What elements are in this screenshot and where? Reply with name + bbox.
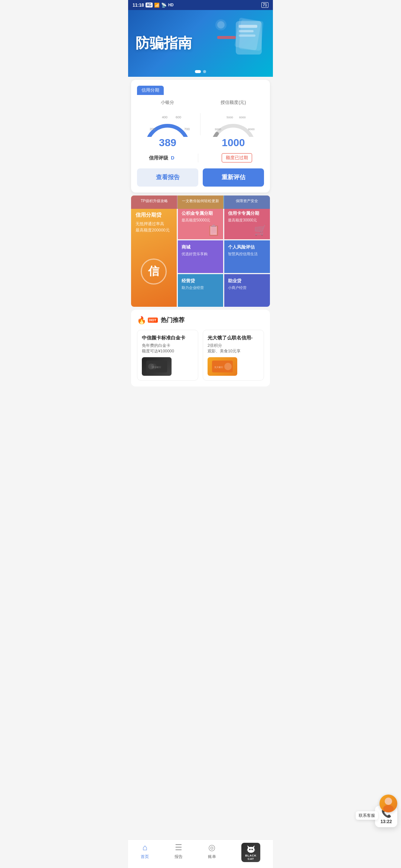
battery-icon: 71 <box>261 2 268 8</box>
product-biz-desc: 助力企业经营 <box>182 285 220 290</box>
product-mall-title: 商城 <box>182 244 220 250</box>
fire-icon: 🔥 <box>137 316 146 325</box>
svg-text:8000: 8000 <box>248 128 255 131</box>
hot-badge: HOT <box>148 318 158 323</box>
gauge-divider <box>200 113 200 135</box>
product-big-icon-wrap: 信 <box>136 240 172 302</box>
gauge-right-label: 授信额度(元) <box>221 99 246 106</box>
credit-grade: 信用评级 D <box>149 155 175 161</box>
product-big[interactable]: 信用分期贷 无抵押通过率高最高额度200000元 信 <box>131 195 177 307</box>
product-big-desc: 无抵押通过率高最高额度200000元 <box>136 221 172 233</box>
hot-card-2[interactable]: 光大饿了么联名信用- 2倍积分 观影、美食10元享 光大银行 <box>203 330 264 381</box>
banner-dot-1 <box>195 70 201 73</box>
banner-dot-2 <box>203 70 206 73</box>
product-big-title: 信用分期贷 <box>136 212 172 218</box>
expired-badge: 额度已过期 <box>222 153 252 162</box>
status-left: 11:18 4G 📶 📡 HD <box>133 3 174 8</box>
credit-card-section: 信用分期 小银分 0 200 400 600 700 800 <box>131 80 270 193</box>
status-time: 11:18 <box>133 3 144 8</box>
hot-card-2-img: 光大银行 <box>208 357 237 376</box>
hot-card-1[interactable]: 中信颜卡标准白金卡 免年费的白金卡 额度可达¥100000 中信银行 <box>137 330 198 381</box>
product-cell-mall[interactable]: 商城 优选好货乐享购 <box>178 240 224 273</box>
info-row: 信用评级 D 额度已过期 <box>137 153 264 162</box>
svg-rect-5 <box>239 34 255 37</box>
hot-icon-wrap: 🔥 HOT <box>137 316 158 325</box>
hot-card-2-desc1: 2倍积分 <box>208 343 259 348</box>
products-grid: 信用分期贷 无抵押通过率高最高额度200000元 信 公积金专属分期 最高额度5… <box>131 195 270 307</box>
overlay-banners: TP级积升级攻略 一文教你如何轻松更新 保障资产安全 <box>131 195 270 209</box>
overlay-banner-3: 保障资产安全 <box>224 195 270 209</box>
banner-illustration <box>210 14 269 73</box>
signal-icon: 📶 <box>154 3 160 8</box>
banner-dots <box>195 70 206 73</box>
product-assist-desc: 小商户经营 <box>228 285 266 290</box>
hot-section: 🔥 HOT 热门推荐 中信颜卡标准白金卡 免年费的白金卡 额度可达¥100000… <box>131 310 270 387</box>
banner: 防骗指南 <box>128 10 273 77</box>
gauge-right-wrap: 1000 3000 5000 6000 8000 10k <box>207 107 259 137</box>
svg-point-8 <box>217 21 225 29</box>
gauge-left-wrap: 0 200 400 600 700 800 <box>141 107 193 137</box>
reassess-button[interactable]: 重新评估 <box>203 168 264 187</box>
hot-card-1-desc1: 免年费的白金卡 <box>142 343 193 348</box>
product-risk-title: 个人风险评估 <box>228 244 266 250</box>
gauge-left-svg: 0 200 400 600 700 800 <box>141 107 193 137</box>
product-cell-assist[interactable]: 助业贷 小商户经营 <box>224 274 270 307</box>
svg-text:6000: 6000 <box>239 116 246 119</box>
svg-rect-6 <box>217 36 236 39</box>
svg-text:400: 400 <box>162 115 167 119</box>
product-assist-title: 助业贷 <box>228 278 266 284</box>
view-report-button[interactable]: 查看报告 <box>137 168 198 187</box>
svg-text:5000: 5000 <box>226 116 233 119</box>
svg-text:3000: 3000 <box>215 128 221 131</box>
svg-text:600: 600 <box>176 115 181 119</box>
product-mall-desc: 优选好货乐享购 <box>182 251 220 257</box>
overlay-banner-2: 一文教你如何轻松更新 <box>177 195 224 209</box>
status-network: 4G <box>146 3 153 7</box>
svg-rect-3 <box>239 25 257 28</box>
status-bar: 11:18 4G 📶 📡 HD 71 <box>128 0 273 10</box>
product-gjj-icon: 📋 <box>207 224 220 236</box>
hd-label: HD <box>168 3 173 7</box>
banner-title: 防骗指南 <box>136 35 192 52</box>
bottom-spacer <box>128 389 273 419</box>
hot-title: 热门推荐 <box>161 316 185 324</box>
gauge-right-svg: 1000 3000 5000 6000 8000 10k <box>207 107 259 137</box>
hot-card-1-img: 中信银行 <box>142 357 172 376</box>
hot-cards-row: 中信颜卡标准白金卡 免年费的白金卡 额度可达¥100000 中信银行 光大饿了么… <box>137 330 264 381</box>
gauge-row: 小银分 0 200 400 600 700 800 389 <box>137 99 264 149</box>
product-credit-desc: 最高额度30000元 <box>228 218 266 223</box>
overlay-banner-1: TP级积升级攻略 <box>131 195 177 209</box>
svg-point-26 <box>224 363 232 370</box>
svg-text:中信银行: 中信银行 <box>152 366 161 368</box>
wifi-icon: 📡 <box>161 3 167 8</box>
svg-text:光大银行: 光大银行 <box>214 366 223 368</box>
product-cell-biz[interactable]: 经营贷 助力企业经营 <box>178 274 224 307</box>
product-credit-title: 信用卡专属分期 <box>228 210 266 217</box>
gauge-right: 授信额度(元) 1000 3000 5000 6000 8000 10k 100… <box>205 99 262 149</box>
hot-card-1-desc2: 额度可达¥100000 <box>142 348 193 354</box>
info-divider <box>198 154 198 162</box>
product-credit-icon: 🛒 <box>254 224 267 236</box>
credit-circle-icon: 信 <box>141 259 167 285</box>
gauge-left-value: 389 <box>159 137 176 149</box>
product-biz-title: 经营贷 <box>182 278 220 284</box>
hot-card-2-desc2: 观影、美食10元享 <box>208 348 259 354</box>
status-right: 71 <box>261 2 268 8</box>
products-section: TP级积升级攻略 一文教你如何轻松更新 保障资产安全 信用分期贷 无抵押通过率高… <box>131 195 270 307</box>
hot-card-1-name: 中信颜卡标准白金卡 <box>142 335 193 341</box>
hot-card-2-name: 光大饿了么联名信用- <box>208 335 259 341</box>
gauge-left-label: 小银分 <box>161 99 174 106</box>
svg-text:200: 200 <box>150 127 155 131</box>
gauge-left: 小银分 0 200 400 600 700 800 389 <box>139 99 196 149</box>
credit-badge: 信用分期 <box>137 86 164 95</box>
credit-grade-label: 信用评级 <box>149 155 168 161</box>
product-cell-risk[interactable]: 个人风险评估 智慧风控信用生活 <box>224 240 270 273</box>
product-gjj-title: 公积金专属分期 <box>182 210 220 217</box>
hot-header: 🔥 HOT 热门推荐 <box>137 316 264 325</box>
product-gjj-desc: 最高额度50000元 <box>182 218 220 223</box>
product-risk-desc: 智慧风控信用生活 <box>228 251 266 257</box>
svg-rect-4 <box>239 30 254 32</box>
credit-grade-value: D <box>171 155 174 161</box>
svg-text:700: 700 <box>184 127 190 131</box>
gauge-right-value: 1000 <box>222 137 245 149</box>
